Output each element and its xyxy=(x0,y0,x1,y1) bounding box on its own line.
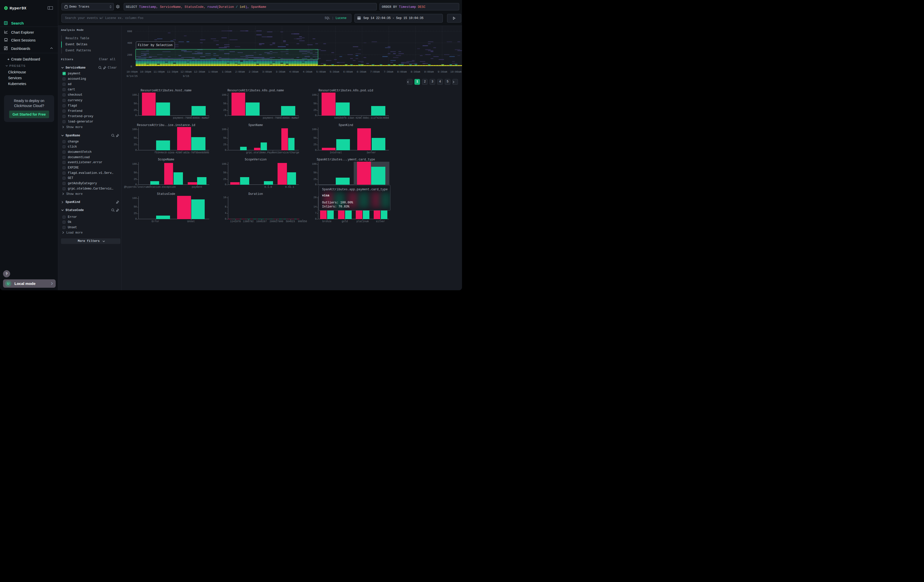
svg-text:9:30am: 9:30am xyxy=(438,70,447,73)
svg-text:200: 200 xyxy=(127,53,132,56)
svg-text:3:30am: 3:30am xyxy=(276,70,285,73)
svg-text:2:30am: 2:30am xyxy=(249,70,258,73)
svg-text:12:00am: 12:00am xyxy=(180,70,191,73)
svg-text:5:00am: 5:00am xyxy=(316,70,326,73)
svg-text:11:00pm: 11:00pm xyxy=(153,70,165,73)
svg-text:11:30pm: 11:30pm xyxy=(167,70,178,73)
svg-text:10:00am: 10:00am xyxy=(450,70,462,73)
svg-text:3:00am: 3:00am xyxy=(262,70,272,73)
svg-text:5:30am: 5:30am xyxy=(330,70,339,73)
svg-text:6:00am: 6:00am xyxy=(343,70,353,73)
svg-text:4:30am: 4:30am xyxy=(303,70,312,73)
svg-text:7:30am: 7:30am xyxy=(384,70,393,73)
svg-text:10:30pm: 10:30pm xyxy=(140,70,151,73)
svg-text:6:30am: 6:30am xyxy=(357,70,366,73)
svg-text:10:00pm: 10:00pm xyxy=(127,70,138,73)
svg-text:4:00am: 4:00am xyxy=(289,70,299,73)
svg-text:7:00am: 7:00am xyxy=(370,70,380,73)
svg-text:1:30am: 1:30am xyxy=(222,70,231,73)
svg-text:8:00am: 8:00am xyxy=(397,70,407,73)
svg-text:1:00am: 1:00am xyxy=(208,70,218,73)
svg-text:400: 400 xyxy=(127,41,132,45)
svg-text:600: 600 xyxy=(127,30,132,33)
svg-text:12:30am: 12:30am xyxy=(194,70,205,73)
svg-text:8:30am: 8:30am xyxy=(411,70,420,73)
svg-text:9/14/25: 9/14/25 xyxy=(127,75,138,77)
svg-text:9/15: 9/15 xyxy=(183,75,189,77)
svg-text:0: 0 xyxy=(130,65,132,68)
svg-text:9:00am: 9:00am xyxy=(424,70,434,73)
svg-text:2:00am: 2:00am xyxy=(235,70,245,73)
